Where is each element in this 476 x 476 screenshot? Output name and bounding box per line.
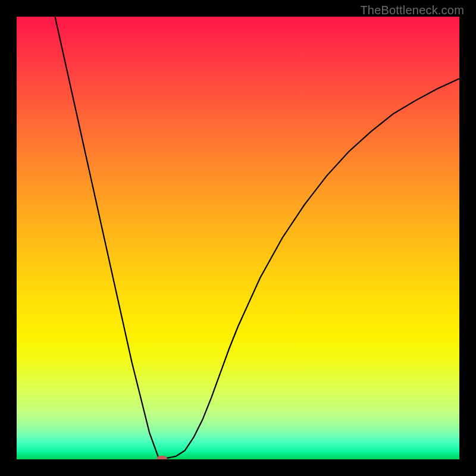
chart-frame: TheBottleneck.com — [0, 0, 476, 476]
curve-svg — [17, 17, 459, 459]
bottleneck-curve — [17, 17, 459, 458]
plot-area — [17, 17, 459, 459]
watermark-text: TheBottleneck.com — [360, 4, 464, 17]
optimum-marker — [156, 456, 167, 459]
